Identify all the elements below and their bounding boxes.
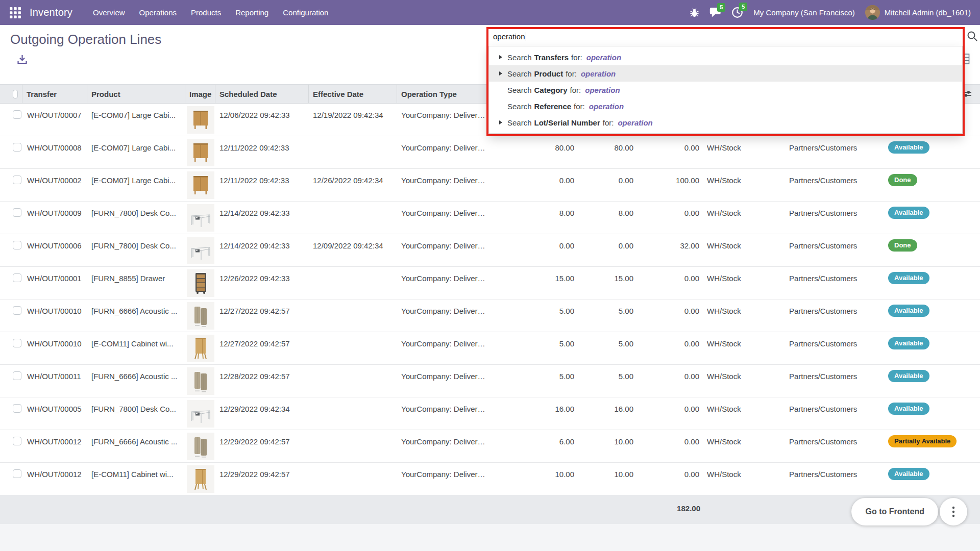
suggestion-field: Reference	[534, 102, 572, 111]
nav-menu-item[interactable]: Reporting	[228, 0, 276, 25]
messages-button[interactable]: 5	[709, 7, 721, 18]
cell-effective-date	[309, 136, 397, 168]
table-row[interactable]: WH/OUT/00009 [FURN_7800] Desk Co... 12/1…	[0, 202, 980, 234]
nav-menu-item[interactable]: Operations	[132, 0, 184, 25]
app-name[interactable]: Inventory	[30, 7, 72, 18]
product-image	[185, 136, 215, 168]
table-row[interactable]: WH/OUT/00005 [FURN_7800] Desk Co... 12/2…	[0, 397, 980, 430]
row-checkbox[interactable]	[13, 143, 21, 152]
bug-icon	[690, 8, 699, 18]
cell-product: [FURN_6666] Acoustic ...	[87, 365, 185, 397]
cell-operation-type: YourCompany: Deliver…	[397, 136, 498, 168]
row-checkbox[interactable]	[13, 110, 21, 119]
search-suggestion-item[interactable]: Search Product for: operation	[489, 65, 962, 82]
nav-right-cluster: 5 5 My Company (San Francisco)	[690, 5, 971, 20]
row-checkbox[interactable]	[13, 273, 21, 282]
table-row[interactable]: WH/OUT/00006 [FURN_7800] Desk Co... 12/1…	[0, 234, 980, 267]
row-checkbox[interactable]	[13, 437, 21, 445]
search-suggestion-item[interactable]: Search Transfers for: operation	[489, 49, 962, 65]
more-options-button[interactable]	[940, 498, 967, 525]
cell-product: [E-COM07] Large Cabi...	[87, 169, 185, 201]
go-to-frontend-button[interactable]: Go to Frontend	[851, 498, 938, 525]
suggestion-prefix: Search	[507, 86, 532, 94]
top-navbar: Inventory Overview Operations Products R…	[0, 0, 980, 25]
cell-operation-type: YourCompany: Deliver…	[397, 234, 498, 266]
cell-scheduled-date: 12/11/2022 09:42:33	[215, 136, 309, 168]
column-header-scheduled-date[interactable]: Scheduled Date	[215, 85, 309, 103]
select-all-checkbox[interactable]	[13, 90, 18, 98]
search-suggestions: Search Transfers for: operation Search P…	[488, 46, 963, 134]
suggestion-prefix: Search	[507, 69, 532, 78]
apps-grid-icon	[9, 7, 21, 19]
optional-columns-icon[interactable]	[962, 88, 973, 99]
row-checkbox[interactable]	[13, 404, 21, 413]
search-submit-button[interactable]	[967, 31, 978, 44]
nav-menu-item[interactable]: Configuration	[276, 0, 335, 25]
cell-from-location: WH/Stock	[700, 397, 785, 430]
kebab-icon	[952, 506, 955, 518]
table-row[interactable]: WH/OUT/00008 [E-COM07] Large Cabi... 12/…	[0, 136, 980, 169]
search-input[interactable]: operation	[486, 27, 965, 46]
column-header-product[interactable]: Product	[87, 85, 185, 103]
column-header-transfer[interactable]: Transfer	[22, 85, 87, 103]
company-switcher[interactable]: My Company (San Francisco)	[753, 8, 854, 17]
status-badge: Available	[888, 305, 929, 317]
page-title: Outgoing Operation Lines	[10, 32, 161, 47]
activities-button[interactable]: 5	[731, 7, 743, 18]
row-checkbox[interactable]	[13, 469, 21, 478]
cell-qty-2: 8.00	[575, 202, 634, 234]
suggestion-prefix: Search	[507, 53, 532, 62]
cell-effective-date	[309, 463, 397, 495]
cell-qty-3: 32.00	[634, 234, 700, 266]
cell-qty-3: 100.00	[634, 169, 700, 201]
cell-product: [E-COM07] Large Cabi...	[87, 136, 185, 168]
search-suggestion-item[interactable]: Search Reference for: operation	[489, 98, 962, 114]
row-checkbox[interactable]	[13, 306, 21, 315]
search-suggestion-item[interactable]: Search Lot/Serial Number for: operation	[489, 114, 962, 131]
debug-button[interactable]	[690, 8, 699, 18]
export-button[interactable]	[16, 54, 28, 65]
apps-menu-button[interactable]	[9, 7, 21, 19]
table-row[interactable]: WH/OUT/00001 [FURN_8855] Drawer 12/26/20…	[0, 267, 980, 299]
table-row[interactable]: WH/OUT/00012 [E-COM11] Cabinet wi... 12/…	[0, 463, 980, 495]
cell-from-location: WH/Stock	[700, 463, 785, 495]
table-row[interactable]: WH/OUT/00010 [FURN_6666] Acoustic ... 12…	[0, 299, 980, 332]
cell-scheduled-date: 12/27/2022 09:42:57	[215, 332, 309, 364]
column-header-effective-date[interactable]: Effective Date	[309, 85, 397, 103]
cell-product: [FURN_7800] Desk Co...	[87, 234, 185, 266]
cell-transfer: WH/OUT/00005	[22, 397, 87, 430]
search-suggestion-item[interactable]: Search Category for: operation	[489, 82, 962, 98]
cell-operation-type: YourCompany: Deliver…	[397, 169, 498, 201]
column-header-operation-type[interactable]: Operation Type	[397, 85, 498, 103]
cell-scheduled-date: 12/27/2022 09:42:57	[215, 299, 309, 332]
nav-menu-item[interactable]: Overview	[86, 0, 132, 25]
row-checkbox[interactable]	[13, 339, 21, 347]
footer-total-qty: 182.00	[634, 504, 700, 513]
row-checkbox[interactable]	[13, 176, 21, 184]
column-header-image[interactable]: Image	[185, 85, 215, 103]
cell-qty-1: 80.00	[498, 136, 575, 168]
cell-scheduled-date: 12/26/2022 09:42:33	[215, 267, 309, 299]
download-icon	[16, 54, 28, 65]
status-badge: Done	[888, 239, 917, 252]
nav-menu-item[interactable]: Products	[184, 0, 228, 25]
cell-qty-2: 0.00	[575, 234, 634, 266]
cell-to-location: Partners/Customers	[785, 430, 881, 462]
cell-product: [E-COM11] Cabinet wi...	[87, 332, 185, 364]
cell-to-location: Partners/Customers	[785, 267, 881, 299]
status-badge: Available	[888, 403, 929, 415]
status-badge: Available	[888, 337, 929, 349]
table-row[interactable]: WH/OUT/00002 [E-COM07] Large Cabi... 12/…	[0, 169, 980, 202]
table-row[interactable]: WH/OUT/00010 [E-COM11] Cabinet wi... 12/…	[0, 332, 980, 365]
table-row[interactable]: WH/OUT/00012 [FURN_6666] Acoustic ... 12…	[0, 430, 980, 463]
user-menu[interactable]: Mitchell Admin (db_1601)	[865, 5, 971, 20]
row-checkbox[interactable]	[13, 241, 21, 249]
nav-menu: Overview Operations Products Reporting C…	[86, 0, 335, 25]
row-checkbox[interactable]	[13, 371, 21, 380]
row-checkbox[interactable]	[13, 208, 21, 217]
status-badge: Available	[888, 468, 929, 480]
table-row[interactable]: WH/OUT/00011 [FURN_6666] Acoustic ... 12…	[0, 365, 980, 397]
cell-effective-date	[309, 365, 397, 397]
cell-to-location: Partners/Customers	[785, 397, 881, 430]
cell-transfer: WH/OUT/00012	[22, 430, 87, 462]
